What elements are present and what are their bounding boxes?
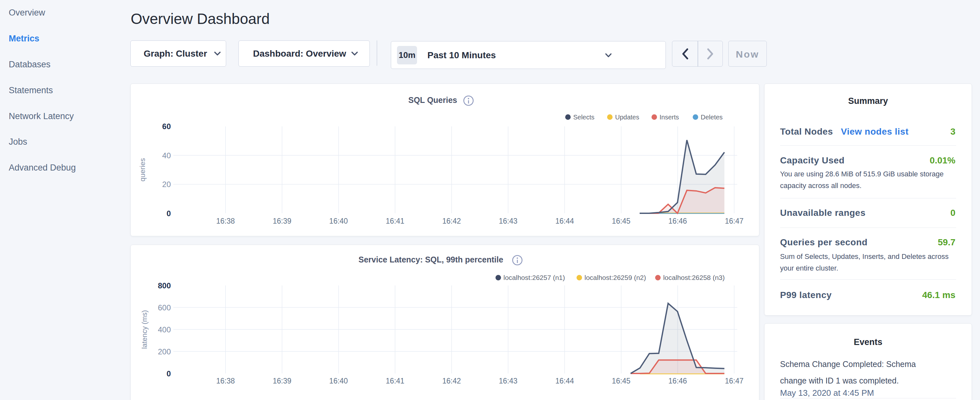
- svg-text:Inserts: Inserts: [660, 113, 679, 121]
- svg-text:16:42: 16:42: [442, 217, 461, 225]
- svg-text:16:43: 16:43: [499, 217, 518, 225]
- svg-text:localhost:26258 (n3): localhost:26258 (n3): [663, 274, 725, 281]
- svg-text:60: 60: [162, 122, 171, 131]
- svg-text:16:38: 16:38: [216, 217, 235, 225]
- svg-text:0: 0: [167, 369, 171, 378]
- svg-text:16:43: 16:43: [499, 377, 518, 385]
- svg-text:16:39: 16:39: [273, 377, 291, 385]
- svg-text:400: 400: [158, 325, 171, 334]
- svg-text:16:41: 16:41: [386, 377, 404, 385]
- svg-text:Selects: Selects: [573, 113, 595, 121]
- svg-text:localhost:26257 (n1): localhost:26257 (n1): [503, 274, 565, 281]
- svg-text:localhost:26259 (n2): localhost:26259 (n2): [585, 274, 646, 281]
- svg-text:16:40: 16:40: [329, 217, 348, 225]
- svg-text:16:44: 16:44: [555, 217, 574, 225]
- svg-text:16:39: 16:39: [273, 217, 291, 225]
- svg-text:16:42: 16:42: [442, 377, 461, 385]
- svg-text:200: 200: [158, 347, 171, 356]
- svg-text:Deletes: Deletes: [701, 113, 723, 121]
- svg-text:16:46: 16:46: [668, 217, 687, 225]
- svg-text:16:44: 16:44: [555, 377, 574, 385]
- svg-text:16:47: 16:47: [725, 217, 744, 225]
- svg-text:16:46: 16:46: [668, 377, 687, 385]
- svg-text:Service Latency: SQL, 99th per: Service Latency: SQL, 99th percentile: [358, 255, 503, 264]
- svg-text:queries: queries: [139, 158, 147, 182]
- svg-text:16:40: 16:40: [329, 377, 348, 385]
- svg-text:16:38: 16:38: [216, 377, 235, 385]
- svg-text:latency (ms): latency (ms): [140, 310, 148, 349]
- svg-text:800: 800: [158, 281, 171, 290]
- svg-text:Updates: Updates: [615, 113, 639, 121]
- svg-text:40: 40: [162, 151, 171, 160]
- svg-text:16:41: 16:41: [386, 217, 404, 225]
- svg-text:16:45: 16:45: [612, 217, 631, 225]
- svg-text:16:47: 16:47: [725, 377, 744, 385]
- svg-text:0: 0: [167, 209, 171, 218]
- svg-text:SQL Queries: SQL Queries: [408, 96, 457, 105]
- svg-text:20: 20: [162, 180, 171, 189]
- svg-text:16:45: 16:45: [612, 377, 631, 385]
- svg-text:600: 600: [158, 303, 171, 312]
